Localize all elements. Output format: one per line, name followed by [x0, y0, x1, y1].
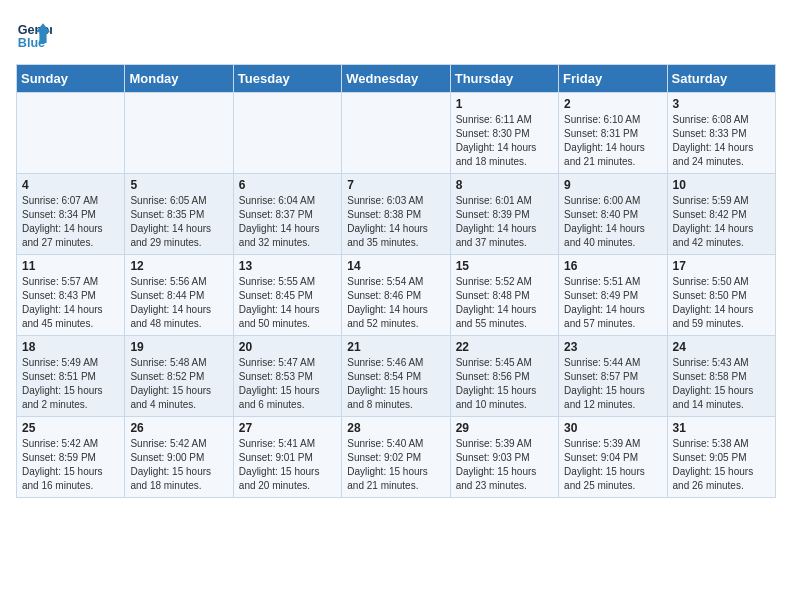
- day-cell: 4Sunrise: 6:07 AM Sunset: 8:34 PM Daylig…: [17, 174, 125, 255]
- day-number: 7: [347, 178, 444, 192]
- day-cell: 16Sunrise: 5:51 AM Sunset: 8:49 PM Dayli…: [559, 255, 667, 336]
- day-info: Sunrise: 5:45 AM Sunset: 8:56 PM Dayligh…: [456, 356, 553, 412]
- day-number: 15: [456, 259, 553, 273]
- day-info: Sunrise: 5:38 AM Sunset: 9:05 PM Dayligh…: [673, 437, 770, 493]
- header-row: SundayMondayTuesdayWednesdayThursdayFrid…: [17, 65, 776, 93]
- day-cell: 12Sunrise: 5:56 AM Sunset: 8:44 PM Dayli…: [125, 255, 233, 336]
- day-cell: 2Sunrise: 6:10 AM Sunset: 8:31 PM Daylig…: [559, 93, 667, 174]
- day-info: Sunrise: 6:11 AM Sunset: 8:30 PM Dayligh…: [456, 113, 553, 169]
- day-number: 19: [130, 340, 227, 354]
- day-cell: 30Sunrise: 5:39 AM Sunset: 9:04 PM Dayli…: [559, 417, 667, 498]
- day-cell: 25Sunrise: 5:42 AM Sunset: 8:59 PM Dayli…: [17, 417, 125, 498]
- day-cell: 6Sunrise: 6:04 AM Sunset: 8:37 PM Daylig…: [233, 174, 341, 255]
- day-cell: 17Sunrise: 5:50 AM Sunset: 8:50 PM Dayli…: [667, 255, 775, 336]
- day-info: Sunrise: 6:05 AM Sunset: 8:35 PM Dayligh…: [130, 194, 227, 250]
- day-info: Sunrise: 6:10 AM Sunset: 8:31 PM Dayligh…: [564, 113, 661, 169]
- day-number: 31: [673, 421, 770, 435]
- day-number: 3: [673, 97, 770, 111]
- day-number: 6: [239, 178, 336, 192]
- day-info: Sunrise: 5:39 AM Sunset: 9:04 PM Dayligh…: [564, 437, 661, 493]
- day-number: 17: [673, 259, 770, 273]
- day-number: 27: [239, 421, 336, 435]
- day-number: 2: [564, 97, 661, 111]
- header: General Blue: [16, 16, 776, 52]
- day-cell: 8Sunrise: 6:01 AM Sunset: 8:39 PM Daylig…: [450, 174, 558, 255]
- day-number: 11: [22, 259, 119, 273]
- day-cell: 27Sunrise: 5:41 AM Sunset: 9:01 PM Dayli…: [233, 417, 341, 498]
- day-cell: 7Sunrise: 6:03 AM Sunset: 8:38 PM Daylig…: [342, 174, 450, 255]
- day-cell: 21Sunrise: 5:46 AM Sunset: 8:54 PM Dayli…: [342, 336, 450, 417]
- day-number: 8: [456, 178, 553, 192]
- day-number: 29: [456, 421, 553, 435]
- header-friday: Friday: [559, 65, 667, 93]
- day-number: 24: [673, 340, 770, 354]
- day-cell: 29Sunrise: 5:39 AM Sunset: 9:03 PM Dayli…: [450, 417, 558, 498]
- day-info: Sunrise: 6:07 AM Sunset: 8:34 PM Dayligh…: [22, 194, 119, 250]
- day-info: Sunrise: 5:56 AM Sunset: 8:44 PM Dayligh…: [130, 275, 227, 331]
- day-cell: [233, 93, 341, 174]
- day-cell: 22Sunrise: 5:45 AM Sunset: 8:56 PM Dayli…: [450, 336, 558, 417]
- day-info: Sunrise: 5:54 AM Sunset: 8:46 PM Dayligh…: [347, 275, 444, 331]
- day-info: Sunrise: 6:04 AM Sunset: 8:37 PM Dayligh…: [239, 194, 336, 250]
- day-cell: 19Sunrise: 5:48 AM Sunset: 8:52 PM Dayli…: [125, 336, 233, 417]
- header-thursday: Thursday: [450, 65, 558, 93]
- day-number: 23: [564, 340, 661, 354]
- day-cell: 1Sunrise: 6:11 AM Sunset: 8:30 PM Daylig…: [450, 93, 558, 174]
- day-cell: [17, 93, 125, 174]
- day-cell: 31Sunrise: 5:38 AM Sunset: 9:05 PM Dayli…: [667, 417, 775, 498]
- day-number: 13: [239, 259, 336, 273]
- week-row-3: 11Sunrise: 5:57 AM Sunset: 8:43 PM Dayli…: [17, 255, 776, 336]
- day-number: 9: [564, 178, 661, 192]
- day-info: Sunrise: 5:51 AM Sunset: 8:49 PM Dayligh…: [564, 275, 661, 331]
- day-number: 21: [347, 340, 444, 354]
- day-info: Sunrise: 5:40 AM Sunset: 9:02 PM Dayligh…: [347, 437, 444, 493]
- calendar-table: SundayMondayTuesdayWednesdayThursdayFrid…: [16, 64, 776, 498]
- day-number: 18: [22, 340, 119, 354]
- day-cell: [342, 93, 450, 174]
- day-number: 12: [130, 259, 227, 273]
- day-info: Sunrise: 5:59 AM Sunset: 8:42 PM Dayligh…: [673, 194, 770, 250]
- day-cell: [125, 93, 233, 174]
- day-cell: 3Sunrise: 6:08 AM Sunset: 8:33 PM Daylig…: [667, 93, 775, 174]
- day-number: 30: [564, 421, 661, 435]
- week-row-5: 25Sunrise: 5:42 AM Sunset: 8:59 PM Dayli…: [17, 417, 776, 498]
- day-number: 20: [239, 340, 336, 354]
- day-cell: 28Sunrise: 5:40 AM Sunset: 9:02 PM Dayli…: [342, 417, 450, 498]
- day-info: Sunrise: 5:50 AM Sunset: 8:50 PM Dayligh…: [673, 275, 770, 331]
- day-info: Sunrise: 5:49 AM Sunset: 8:51 PM Dayligh…: [22, 356, 119, 412]
- header-tuesday: Tuesday: [233, 65, 341, 93]
- day-info: Sunrise: 6:01 AM Sunset: 8:39 PM Dayligh…: [456, 194, 553, 250]
- day-number: 14: [347, 259, 444, 273]
- day-info: Sunrise: 5:42 AM Sunset: 9:00 PM Dayligh…: [130, 437, 227, 493]
- day-cell: 15Sunrise: 5:52 AM Sunset: 8:48 PM Dayli…: [450, 255, 558, 336]
- day-number: 26: [130, 421, 227, 435]
- day-info: Sunrise: 5:42 AM Sunset: 8:59 PM Dayligh…: [22, 437, 119, 493]
- day-cell: 9Sunrise: 6:00 AM Sunset: 8:40 PM Daylig…: [559, 174, 667, 255]
- day-number: 22: [456, 340, 553, 354]
- day-cell: 5Sunrise: 6:05 AM Sunset: 8:35 PM Daylig…: [125, 174, 233, 255]
- day-info: Sunrise: 5:47 AM Sunset: 8:53 PM Dayligh…: [239, 356, 336, 412]
- day-number: 1: [456, 97, 553, 111]
- day-info: Sunrise: 5:55 AM Sunset: 8:45 PM Dayligh…: [239, 275, 336, 331]
- logo-icon: General Blue: [16, 16, 52, 52]
- day-cell: 20Sunrise: 5:47 AM Sunset: 8:53 PM Dayli…: [233, 336, 341, 417]
- day-cell: 10Sunrise: 5:59 AM Sunset: 8:42 PM Dayli…: [667, 174, 775, 255]
- header-sunday: Sunday: [17, 65, 125, 93]
- day-number: 10: [673, 178, 770, 192]
- day-cell: 24Sunrise: 5:43 AM Sunset: 8:58 PM Dayli…: [667, 336, 775, 417]
- day-number: 16: [564, 259, 661, 273]
- header-wednesday: Wednesday: [342, 65, 450, 93]
- day-cell: 23Sunrise: 5:44 AM Sunset: 8:57 PM Dayli…: [559, 336, 667, 417]
- week-row-2: 4Sunrise: 6:07 AM Sunset: 8:34 PM Daylig…: [17, 174, 776, 255]
- day-number: 5: [130, 178, 227, 192]
- week-row-1: 1Sunrise: 6:11 AM Sunset: 8:30 PM Daylig…: [17, 93, 776, 174]
- day-info: Sunrise: 5:43 AM Sunset: 8:58 PM Dayligh…: [673, 356, 770, 412]
- day-cell: 26Sunrise: 5:42 AM Sunset: 9:00 PM Dayli…: [125, 417, 233, 498]
- day-cell: 11Sunrise: 5:57 AM Sunset: 8:43 PM Dayli…: [17, 255, 125, 336]
- week-row-4: 18Sunrise: 5:49 AM Sunset: 8:51 PM Dayli…: [17, 336, 776, 417]
- day-info: Sunrise: 5:39 AM Sunset: 9:03 PM Dayligh…: [456, 437, 553, 493]
- day-number: 25: [22, 421, 119, 435]
- header-saturday: Saturday: [667, 65, 775, 93]
- logo: General Blue: [16, 16, 56, 52]
- day-info: Sunrise: 6:00 AM Sunset: 8:40 PM Dayligh…: [564, 194, 661, 250]
